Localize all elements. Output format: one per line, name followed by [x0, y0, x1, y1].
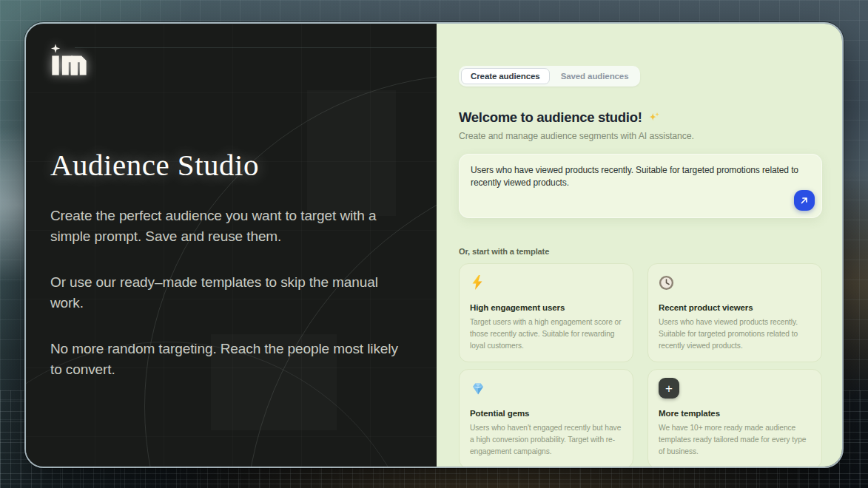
template-title: Potential gems: [470, 409, 622, 418]
template-grid: High engagement users Target users with …: [459, 263, 822, 468]
template-description: Users who have viewed products recently.…: [659, 316, 811, 351]
template-title: More templates: [659, 409, 811, 418]
template-description: Target users with a high engagement scor…: [470, 316, 622, 351]
sparkles-icon: [647, 111, 661, 124]
template-description: We have 10+ more ready made audience tem…: [659, 422, 811, 457]
hero-paragraph: Or use our ready–made templates to skip …: [50, 272, 398, 314]
im-sparkle-logo: [50, 44, 93, 76]
desktop-background: { "app": { "name": "Audience Studio" }, …: [0, 0, 868, 488]
studio-panel: Create audiences Saved audiences Welcome…: [437, 24, 842, 467]
gem-icon: [470, 382, 486, 396]
page-title: Welcome to audience studio!: [459, 109, 642, 126]
template-card-more-templates[interactable]: + More templates We have 10+ more ready …: [647, 369, 822, 468]
arrow-up-right-icon: [799, 195, 810, 206]
template-card-high-engagement[interactable]: High engagement users Target users with …: [459, 263, 633, 362]
submit-prompt-button[interactable]: [794, 190, 815, 211]
template-card-recent-viewers[interactable]: Recent product viewers Users who have vi…: [647, 263, 822, 362]
tab-create-audiences[interactable]: Create audiences: [461, 68, 550, 84]
lightning-icon: [470, 274, 485, 291]
tab-saved-audiences[interactable]: Saved audiences: [551, 68, 639, 84]
prompt-value: Users who have viewed products recently.…: [471, 164, 805, 190]
hero-panel: Audience Studio Create the perfect audie…: [26, 24, 437, 467]
app-window: Audience Studio Create the perfect audie…: [24, 22, 844, 468]
template-description: Users who haven't engaged recently but h…: [470, 422, 622, 457]
prompt-input[interactable]: Users who have viewed products recently.…: [459, 154, 822, 218]
plus-icon: +: [659, 378, 679, 399]
decorative-patch: [307, 90, 396, 216]
page-subtitle: Create and manage audience segments with…: [459, 131, 822, 141]
template-title: High engagement users: [470, 303, 622, 312]
clock-icon: [659, 275, 674, 291]
templates-section-label: Or, start with a template: [459, 247, 822, 256]
template-card-potential-gems[interactable]: Potential gems Users who haven't engaged…: [459, 369, 633, 468]
decorative-line: [75, 47, 437, 48]
decorative-patch: [211, 334, 337, 430]
template-title: Recent product viewers: [659, 303, 811, 312]
audience-tabs: Create audiences Saved audiences: [459, 66, 640, 87]
